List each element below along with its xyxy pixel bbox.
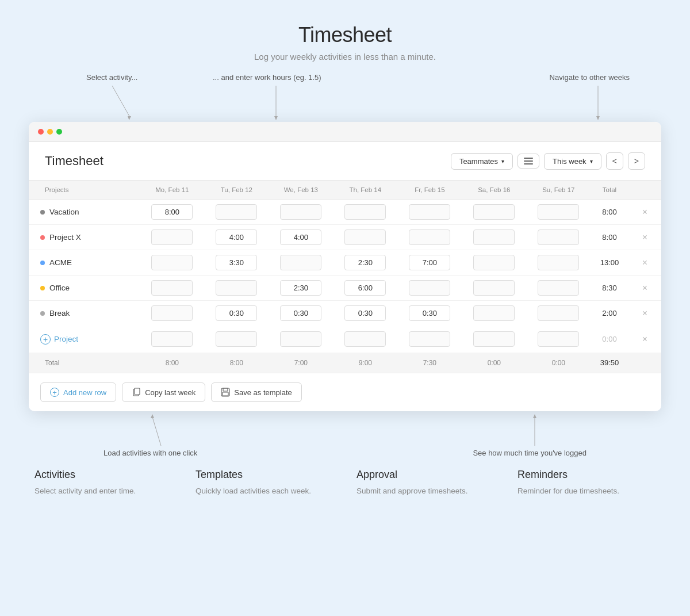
- row-break-day-1-input[interactable]: [216, 305, 257, 321]
- next-week-button[interactable]: >: [628, 152, 645, 170]
- app-window-title: Timesheet: [45, 154, 103, 169]
- project-name: ACME: [49, 258, 72, 267]
- add-row-thu-input[interactable]: [344, 331, 386, 347]
- annotation-select-activity: Select activity...: [86, 73, 137, 82]
- table-header-row: Projects Mo, Feb 11 Tu, Feb 12 We, Feb 1…: [29, 181, 661, 200]
- row-acme-total: 13:00: [591, 250, 628, 276]
- row-project-x-day-2-input[interactable]: [280, 229, 321, 245]
- row-project-x-day-6-input[interactable]: [538, 229, 579, 245]
- add-row-mon-input[interactable]: [151, 331, 193, 347]
- project-name: Vacation: [49, 208, 79, 216]
- row-break-day-3-input[interactable]: [344, 305, 386, 321]
- dropdown-icon: ▾: [590, 158, 593, 164]
- add-project-row[interactable]: + Project 0:00 ×: [29, 326, 661, 353]
- add-row-wed-input[interactable]: [280, 331, 321, 347]
- project-label: ACME: [40, 258, 136, 267]
- chevron-down-icon: ▾: [501, 158, 504, 164]
- add-row-remove-btn[interactable]: ×: [640, 334, 650, 344]
- row-vacation-day-2-input[interactable]: [280, 204, 321, 220]
- table-footer: + Add new row Copy last week Save as tem…: [29, 373, 661, 411]
- add-project-button[interactable]: + Project: [40, 334, 128, 345]
- copy-icon: [132, 388, 141, 397]
- add-row-fri-input[interactable]: [409, 331, 450, 347]
- this-week-button[interactable]: This week ▾: [544, 153, 601, 170]
- row-acme-day-3-input[interactable]: [344, 255, 386, 270]
- add-row-sat-input[interactable]: [473, 331, 515, 347]
- teammates-button[interactable]: Teammates ▾: [451, 153, 513, 170]
- feature-activities-desc: Select activity and enter time.: [34, 485, 172, 497]
- feature-activities: Activities Select activity and enter tim…: [29, 469, 178, 497]
- remove-row-btn[interactable]: ×: [640, 232, 650, 242]
- header-controls: Teammates ▾ This week ▾ < >: [451, 152, 645, 170]
- svg-line-0: [112, 86, 129, 116]
- project-label: Office: [40, 284, 136, 292]
- copy-last-week-button[interactable]: Copy last week: [122, 382, 205, 402]
- row-break-day-4-input[interactable]: [409, 305, 450, 321]
- feature-reminders-title: Reminders: [518, 469, 656, 481]
- svg-marker-5: [596, 116, 600, 120]
- row-project-x-day-5-input[interactable]: [473, 229, 515, 245]
- project-dot: [40, 210, 45, 215]
- annotation-navigate-weeks: Navigate to other weeks: [550, 73, 630, 82]
- row-break-day-2-input[interactable]: [280, 305, 321, 321]
- table-row: ACME 13:00×: [29, 250, 661, 276]
- row-office-day-0-input[interactable]: [151, 280, 193, 296]
- add-project-label: Project: [54, 335, 78, 343]
- row-project-x-day-3-input[interactable]: [344, 229, 386, 245]
- row-vacation-day-3-input[interactable]: [344, 204, 386, 220]
- row-vacation-day-4-input[interactable]: [409, 204, 450, 220]
- project-name: Project X: [49, 233, 81, 242]
- row-office-day-5-input[interactable]: [473, 280, 515, 296]
- row-office-day-4-input[interactable]: [409, 280, 450, 296]
- feature-templates-desc: Quickly load activities each week.: [195, 485, 334, 497]
- svg-rect-10: [135, 388, 140, 395]
- annotation-enter-hours: ... and enter work hours (eg. 1.5): [213, 73, 321, 82]
- remove-row-btn[interactable]: ×: [640, 258, 650, 267]
- add-new-row-button[interactable]: + Add new row: [40, 382, 116, 402]
- row-acme-day-2-input[interactable]: [280, 255, 321, 270]
- row-office-day-1-input[interactable]: [216, 280, 257, 296]
- row-vacation-day-1-input[interactable]: [216, 204, 257, 220]
- prev-week-button[interactable]: <: [606, 152, 623, 170]
- svg-marker-17: [533, 414, 536, 418]
- close-dot: [38, 129, 44, 135]
- remove-row-btn[interactable]: ×: [640, 207, 650, 217]
- save-template-button[interactable]: Save as template: [211, 382, 301, 402]
- row-vacation-day-5-input[interactable]: [473, 204, 515, 220]
- remove-row-btn[interactable]: ×: [640, 308, 650, 318]
- row-acme-day-5-input[interactable]: [473, 255, 515, 270]
- total-mon: 8:00: [140, 353, 204, 373]
- row-acme-day-4-input[interactable]: [409, 255, 450, 270]
- row-office-day-2-input[interactable]: [280, 280, 321, 296]
- total-sun: 0:00: [526, 353, 591, 373]
- row-acme-day-0-input[interactable]: [151, 255, 193, 270]
- row-break-day-0-input[interactable]: [151, 305, 193, 321]
- project-dot: [40, 311, 45, 316]
- feature-reminders-desc: Reminder for due timesheets.: [518, 485, 656, 497]
- row-project-x-day-4-input[interactable]: [409, 229, 450, 245]
- col-header-wed: We, Feb 13: [269, 181, 333, 200]
- feature-approval-title: Approval: [356, 469, 494, 481]
- add-row-sun-input[interactable]: [538, 331, 579, 347]
- list-view-button[interactable]: [518, 154, 539, 169]
- app-header: Timesheet Teammates ▾ This week ▾ < >: [29, 142, 661, 181]
- project-dot: [40, 235, 45, 240]
- row-office-day-3-input[interactable]: [344, 280, 386, 296]
- remove-row-btn[interactable]: ×: [640, 283, 650, 293]
- row-acme-day-6-input[interactable]: [538, 255, 579, 270]
- row-acme-day-1-input[interactable]: [216, 255, 257, 270]
- project-label: Project X: [40, 233, 136, 242]
- project-dot: [40, 261, 45, 265]
- table-row: Break 2:00×: [29, 301, 661, 326]
- row-project-x-day-1-input[interactable]: [216, 229, 257, 245]
- row-break-day-6-input[interactable]: [538, 305, 579, 321]
- row-vacation-day-0-input[interactable]: [151, 204, 193, 220]
- row-vacation-day-6-input[interactable]: [538, 204, 579, 220]
- row-break-day-5-input[interactable]: [473, 305, 515, 321]
- add-row-tue-input[interactable]: [216, 331, 257, 347]
- row-project-x-day-0-input[interactable]: [151, 229, 193, 245]
- project-dot: [40, 286, 45, 290]
- row-office-total: 8:30: [591, 276, 628, 301]
- col-header-fri: Fr, Feb 15: [397, 181, 462, 200]
- row-office-day-6-input[interactable]: [538, 280, 579, 296]
